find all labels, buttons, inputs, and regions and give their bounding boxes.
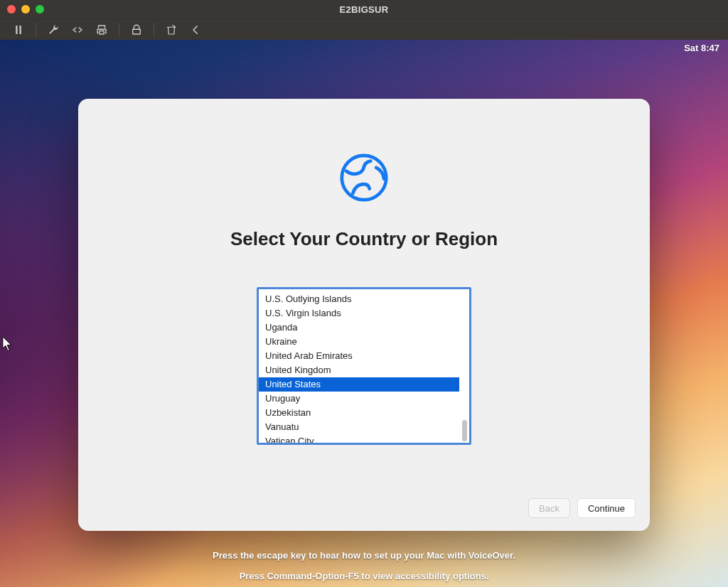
toolbar-separator	[119, 23, 119, 36]
traffic-lights	[7, 5, 44, 14]
hint-voiceover: Press the escape key to hear how to set …	[0, 550, 728, 561]
country-option[interactable]: United Kingdom	[259, 363, 459, 377]
setup-heading: Select Your Country or Region	[230, 228, 498, 250]
country-option[interactable]: Uzbekistan	[259, 406, 459, 420]
country-option[interactable]: United Arab Emirates	[259, 349, 459, 363]
back-button: Back	[528, 498, 570, 518]
hint-accessibility: Press Command-Option-F5 to view accessib…	[0, 571, 728, 581]
country-option[interactable]: United States	[259, 377, 459, 392]
minimize-window-button[interactable]	[21, 5, 30, 14]
globe-icon	[336, 150, 392, 208]
country-option[interactable]: Tuvalu	[259, 287, 459, 292]
menubar-clock: Sat 8:47	[684, 43, 719, 53]
mouse-cursor	[2, 336, 14, 352]
pause-icon[interactable]	[11, 23, 26, 37]
vm-toolbar	[0, 18, 728, 40]
country-listbox[interactable]: TuvaluU.S. Outlying IslandsU.S. Virgin I…	[257, 287, 471, 445]
toolbar-separator	[36, 23, 36, 36]
chevron-left-icon[interactable]	[188, 23, 203, 37]
continue-button[interactable]: Continue	[577, 498, 636, 518]
setup-assistant-card: Select Your Country or Region TuvaluU.S.…	[78, 99, 650, 531]
code-icon[interactable]	[70, 23, 85, 37]
country-option[interactable]: Uruguay	[259, 392, 459, 406]
svg-point-0	[342, 156, 386, 200]
country-option[interactable]: Vatican City	[259, 434, 459, 445]
toolbar-separator	[154, 23, 154, 36]
lock-icon[interactable]	[129, 23, 144, 37]
vm-titlebar: E2BIGSUR	[0, 0, 728, 18]
accessibility-hints: Press the escape key to hear how to set …	[0, 550, 728, 581]
trash-icon[interactable]	[164, 23, 178, 37]
scrollbar-thumb[interactable]	[462, 420, 467, 441]
country-option[interactable]: Uganda	[259, 321, 459, 335]
close-window-button[interactable]	[7, 5, 16, 14]
country-option[interactable]: U.S. Outlying Islands	[259, 292, 459, 306]
zoom-window-button[interactable]	[36, 5, 44, 14]
printer-icon[interactable]	[95, 23, 109, 37]
window-title: E2BIGSUR	[0, 4, 728, 15]
country-option[interactable]: Ukraine	[259, 335, 459, 349]
wrench-icon[interactable]	[46, 23, 60, 37]
country-option[interactable]: U.S. Virgin Islands	[259, 306, 459, 321]
card-footer: Back Continue	[528, 498, 636, 518]
guest-desktop: Sat 8:47 Select Your Country or Region T…	[0, 40, 728, 587]
country-option[interactable]: Vanuatu	[259, 420, 459, 434]
